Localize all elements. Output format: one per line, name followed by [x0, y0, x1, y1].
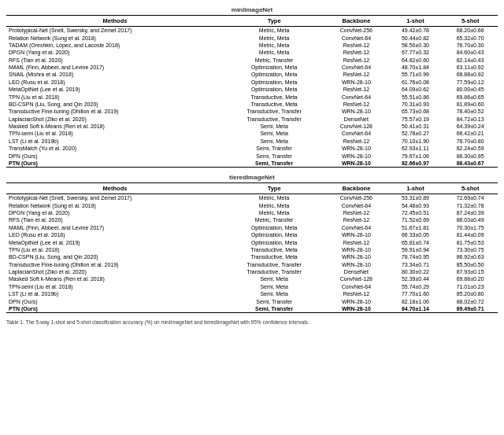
- method-type: Transductive, Meta: [224, 101, 324, 108]
- one-shot-value: 71.52±0.69: [388, 216, 443, 223]
- method-backbone: ConvNet-64: [324, 224, 387, 231]
- method-backbone: WRN-28-10: [324, 108, 387, 115]
- table-row: Relation Network (Sung et al. 2018)Metri…: [6, 34, 498, 41]
- method-type: Metric, Meta: [224, 42, 324, 49]
- method-backbone: ConvNet-64: [324, 202, 387, 209]
- one-shot-value: 73.34±0.71: [388, 261, 443, 268]
- tiered-one-shot-header: 1-shot: [388, 183, 443, 194]
- method-name: MAML (Finn, Abbeel, and Levine 2017): [6, 64, 224, 71]
- table-row: RFS (Tian et al. 2020)Metric, TransferRe…: [6, 216, 498, 223]
- method-name: Relation Network (Sung et al. 2018): [6, 34, 224, 41]
- method-name: LST (Li et al. 2019b): [6, 138, 224, 145]
- table-row: Masked Soft k-Means (Ren et al. 2018)Sem…: [6, 275, 498, 282]
- tiered-backbone-header: Backbone: [324, 183, 387, 194]
- method-type: Transductive, Meta: [224, 253, 324, 260]
- method-name: TPN (Liu et al. 2018): [6, 246, 224, 253]
- five-shot-value: 87.93±0.15: [443, 268, 498, 275]
- method-type: Semi, Transfer: [224, 160, 324, 168]
- method-type: Metric, Meta: [224, 202, 324, 209]
- table-row: LST (Li et al. 2019b)Semi, MetaResNet-12…: [6, 138, 498, 145]
- one-shot-value: 84.70±1.14: [388, 305, 443, 313]
- table-row: Masked Soft k-Means (Ren et al. 2018)Sem…: [6, 123, 498, 130]
- five-shot-value: 71.32±0.78: [443, 202, 498, 209]
- five-shot-value: 85.50±0.50: [443, 261, 498, 268]
- one-shot-value: 55.74±0.29: [388, 283, 443, 290]
- method-backbone: WRN-28-10: [324, 231, 387, 238]
- tiered-header-row: Methods Type Backbone 1-shot 5-shot: [6, 183, 498, 194]
- one-shot-value: 55.51±0.86: [388, 93, 443, 100]
- table-row: MetaOptNet (Lee et al. 2019)Optimization…: [6, 238, 498, 245]
- five-shot-value: 87.24±0.39: [443, 209, 498, 216]
- tiered-imagenet-title: tieredImageNet: [6, 174, 498, 181]
- method-backbone: WRN-28-10: [324, 246, 387, 253]
- table-row: BD-CSPN (Liu, Song, and Qin 2020)Transdu…: [6, 253, 498, 260]
- method-type: Semi, Meta: [224, 138, 324, 145]
- method-backbone: WRN-28-10: [324, 145, 387, 152]
- method-type: Transductive, Transfer: [224, 268, 324, 275]
- method-backbone: WRN-28-10: [324, 305, 387, 313]
- one-shot-value: 79.67±1.06: [388, 152, 443, 159]
- table-row: LEO (Rusu et al. 2018)Optimization, Meta…: [6, 79, 498, 86]
- method-name: PTN (Ours): [6, 160, 224, 168]
- tiered-imagenet-table: Methods Type Backbone 1-shot 5-shot Prot…: [6, 182, 498, 313]
- method-backbone: ResNet-12: [324, 290, 387, 297]
- method-name: TransMatch (Yu et al. 2020): [6, 145, 224, 152]
- five-shot-value: 82.24±0.59: [443, 145, 498, 152]
- method-type: Metric, Transfer: [224, 216, 324, 223]
- table-row: DPGN (Yang et al. 2020)Metric, MetaResNe…: [6, 209, 498, 216]
- method-type: Semi, Transfer: [224, 305, 324, 313]
- five-shot-value: 63.11±0.92: [443, 64, 498, 71]
- method-type: Metric, Meta: [224, 34, 324, 41]
- table-row: TransMatch (Yu et al. 2020)Semi, Transfe…: [6, 145, 498, 152]
- one-shot-value: 65.81±0.74: [388, 238, 443, 245]
- one-shot-value: 61.76±0.08: [388, 79, 443, 86]
- method-name: LST (Li et al. 2019b): [6, 290, 224, 297]
- method-backbone: ResNet-12: [324, 216, 387, 223]
- method-name: Masked Soft k-Means (Ren et al. 2018): [6, 275, 224, 282]
- five-shot-value: 88.43±0.67: [443, 160, 498, 168]
- method-name: DPN (Ours): [6, 297, 224, 304]
- method-backbone: WRN-28-10: [324, 253, 387, 260]
- table-row: TPN (Liu et al. 2018)Transductive, MetaW…: [6, 246, 498, 253]
- table-row: DPN (Ours)Semi, TransferWRN-28-1082.18±1…: [6, 297, 498, 304]
- five-shot-value: 81.89±0.60: [443, 101, 498, 108]
- method-type: Semi, Transfer: [224, 145, 324, 152]
- method-type: Optimization, Meta: [224, 64, 324, 71]
- method-backbone: ResNet-12: [324, 86, 387, 93]
- method-name: TPN-semi (Liu et al. 2018): [6, 130, 224, 137]
- method-type: Transductive, Meta: [224, 93, 324, 100]
- five-shot-value: 68.88±0.92: [443, 71, 498, 78]
- method-type: Semi, Transfer: [224, 297, 324, 304]
- table-row: BD-CSPN (Liu, Song, and Qin 2020)Transdu…: [6, 101, 498, 108]
- method-type: Semi, Transfer: [224, 152, 324, 159]
- method-backbone: WRN-28-10: [324, 152, 387, 159]
- one-shot-value: 77.70±1.60: [388, 290, 443, 297]
- five-shot-value: 88.02±0.72: [443, 297, 498, 304]
- method-name: LaplacianShot (Ziko et al. 2020): [6, 268, 224, 275]
- method-name: PTN (Ours): [6, 305, 224, 313]
- five-shot-value: 84.60±0.43: [443, 49, 498, 56]
- tiered-imagenet-section: tieredImageNet Methods Type Backbone 1-s…: [6, 174, 498, 313]
- table-row: TPN-semi (Liu et al. 2018)Semi, MetaConv…: [6, 283, 498, 290]
- method-backbone: ResNet-12: [324, 101, 387, 108]
- method-backbone: ResNet-12: [324, 209, 387, 216]
- method-backbone: DenseNet: [324, 116, 387, 123]
- method-name: RFS (Tian et al. 2020): [6, 216, 224, 223]
- table-row: Relation Network (Sung et al. 2018)Metri…: [6, 202, 498, 209]
- one-shot-value: 72.45±0.51: [388, 209, 443, 216]
- five-shot-value: 70.30±1.75: [443, 224, 498, 231]
- footnote: Table 1: The 5-way 1-shot and 5-shot cla…: [6, 319, 498, 325]
- method-type: Metric, Meta: [224, 49, 324, 56]
- method-name: BD-CSPN (Liu, Song, and Qin 2020): [6, 253, 224, 260]
- table-row: MetaOptNet (Lee et al. 2019)Optimization…: [6, 86, 498, 93]
- five-shot-value: 81.75±0.53: [443, 238, 498, 245]
- table-row: RFS (Tian et al. 2020)Metric, TransferRe…: [6, 57, 498, 64]
- five-shot-value: 78.70±0.80: [443, 138, 498, 145]
- method-name: RFS (Tian et al. 2020): [6, 57, 224, 64]
- method-backbone: WRN-28-10: [324, 297, 387, 304]
- one-shot-value: 75.57±0.19: [388, 116, 443, 123]
- table-row: TPN-semi (Liu et al. 2018)Semi, MetaConv…: [6, 130, 498, 137]
- one-shot-value: 62.93±1.11: [388, 145, 443, 152]
- table-row: TADAM (Oreshkin, López, and Lacoste 2018…: [6, 42, 498, 49]
- method-name: TADAM (Oreshkin, López, and Lacoste 2018…: [6, 42, 224, 49]
